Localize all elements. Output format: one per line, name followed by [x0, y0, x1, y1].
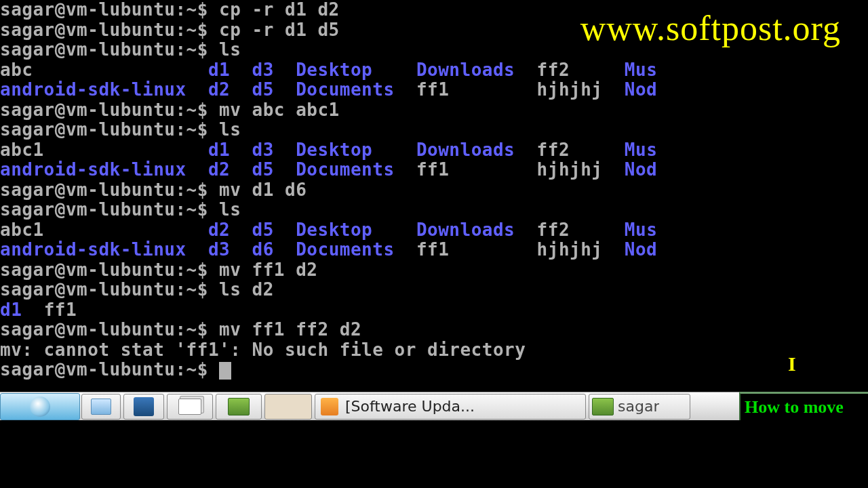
folder-icon [91, 399, 111, 415]
prompt: sagar@vm-lubuntu:~$ [0, 0, 219, 20]
file-manager-launcher[interactable] [81, 394, 121, 420]
command: mv ff1 ff2 d2 [219, 319, 361, 340]
ls-output-row: abc1 d1 d3 Desktop Downloads ff2 Mus [0, 140, 868, 161]
ls-output-row: android-sdk-linux d2 d5 Documents ff1 hj… [0, 80, 868, 100]
tutorial-caption: How to move [739, 392, 868, 422]
windows-icon [178, 399, 201, 415]
command: mv ff1 d2 [219, 260, 317, 280]
text-cursor-ibeam: I [788, 352, 796, 375]
watermark-url: www.softpost.org [580, 8, 841, 48]
window-switcher-launcher[interactable] [167, 394, 213, 420]
lubuntu-logo-icon [30, 396, 50, 417]
ls-output-row: abc d1 d3 Desktop Downloads ff2 Mus [0, 60, 868, 81]
taskbar: [Software Upda... sagar [0, 392, 868, 420]
error-message: mv: cannot stat 'ff1': No such file or d… [0, 340, 868, 361]
terminal-icon [592, 398, 614, 415]
updater-icon [321, 398, 338, 415]
command: cp -r d1 d5 [219, 20, 340, 40]
taskbar-terminal-window[interactable]: sagar [589, 394, 690, 420]
taskbar-item-label: [Software Upda... [345, 398, 475, 415]
ls-output-row: android-sdk-linux d3 d6 Documents ff1 hj… [0, 240, 868, 260]
command: mv d1 d6 [219, 180, 307, 200]
ls-output-row: android-sdk-linux d2 d5 Documents ff1 hj… [0, 160, 868, 180]
terminal-icon [228, 398, 250, 415]
taskbar-spacer[interactable] [264, 394, 312, 420]
terminal-cursor[interactable] [219, 362, 231, 380]
prompt: sagar@vm-lubuntu:~$ [0, 319, 219, 340]
command: ls [219, 199, 241, 220]
globe-icon [134, 397, 154, 416]
prompt: sagar@vm-lubuntu:~$ [0, 279, 219, 300]
prompt: sagar@vm-lubuntu:~$ [0, 260, 219, 280]
command: ls [219, 39, 241, 60]
prompt: sagar@vm-lubuntu:~$ [0, 180, 219, 200]
prompt: sagar@vm-lubuntu:~$ [0, 119, 219, 140]
prompt: sagar@vm-lubuntu:~$ [0, 359, 219, 380]
command: cp -r d1 d2 [219, 0, 340, 20]
taskbar-software-updater[interactable]: [Software Upda... [315, 394, 586, 420]
prompt: sagar@vm-lubuntu:~$ [0, 100, 219, 120]
prompt: sagar@vm-lubuntu:~$ [0, 199, 219, 220]
command: ls d2 [219, 279, 274, 300]
ls-output-row: abc1 d2 d5 Desktop Downloads ff2 Mus [0, 220, 868, 241]
taskbar-item-label: sagar [618, 398, 659, 415]
terminal-launcher[interactable] [216, 394, 262, 420]
command: ls [219, 119, 241, 140]
browser-launcher[interactable] [123, 394, 164, 420]
ls-output-row: d1 ff1 [0, 300, 868, 321]
prompt: sagar@vm-lubuntu:~$ [0, 39, 219, 60]
command: mv abc abc1 [219, 100, 340, 120]
prompt: sagar@vm-lubuntu:~$ [0, 20, 219, 40]
letterbox-bottom [0, 420, 868, 488]
start-menu-button[interactable] [0, 393, 80, 420]
terminal-output[interactable]: sagar@vm-lubuntu:~$ cp -r d1 d2 sagar@vm… [0, 0, 868, 380]
